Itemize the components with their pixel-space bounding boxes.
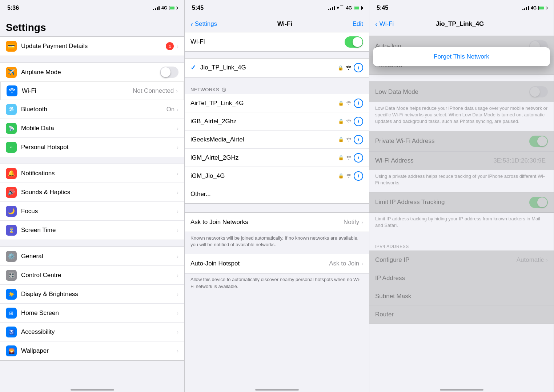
wifi-main-toggle[interactable] (345, 36, 363, 48)
time-3: 5:45 (377, 5, 388, 11)
back-to-wifi[interactable]: ‹ Wi-Fi (375, 20, 394, 28)
display-label: Display & Brightness (21, 291, 177, 298)
limit-tracking-toggle[interactable] (529, 197, 548, 208)
auto-join-label: Auto-Join Hotspot (190, 260, 329, 267)
airplane-toggle[interactable] (160, 67, 178, 78)
ip-address-row: IP Address (369, 269, 554, 287)
connected-network-row[interactable]: ✓ Jio_TP_Link_4G 🔒 i (185, 59, 369, 77)
network-icons-1: 🔒 i (338, 117, 363, 126)
wifi-panel: 5:45 ▾⌒ 4G ‹ Settings Wi-Fi Edit (185, 0, 369, 392)
chevron-display: › (177, 291, 178, 297)
signal-icon-2 (328, 6, 335, 10)
display-icon: ☀️ (6, 289, 17, 300)
home-indicator-3 (440, 389, 483, 391)
control-item[interactable]: 🎛️ Control Centre › (0, 266, 184, 285)
display-item[interactable]: ☀️ Display & Brightness › (0, 285, 184, 304)
general-group: ⚙️ General › 🎛️ Control Centre › ☀️ Disp… (0, 247, 184, 361)
network-item-5[interactable]: Other... (185, 185, 369, 203)
network-item-2[interactable]: iGeeksMedia_Airtel 🔒 i (185, 131, 369, 149)
homescreen-label: Home Screen (21, 309, 177, 317)
general-label: General (21, 253, 177, 260)
wifi-signal-4 (346, 174, 352, 178)
info-icon-connected: i (358, 65, 359, 71)
info-btn-1[interactable]: i (354, 117, 363, 126)
accessibility-item[interactable]: ♿ Accessibility › (0, 323, 184, 341)
general-item[interactable]: ⚙️ General › (0, 247, 184, 266)
info-btn-4[interactable]: i (354, 171, 363, 181)
network-name-3: iGM_Airtel_2GHz (190, 154, 338, 161)
screentime-item[interactable]: ⏳ Screen Time › (0, 221, 184, 240)
control-icon: 🎛️ (6, 270, 17, 281)
edit-button[interactable]: Edit (353, 20, 363, 28)
configure-ip-label: Configure IP (375, 256, 517, 264)
home-indicator-1 (71, 389, 114, 391)
wifi-check-icon: ✓ (190, 64, 196, 72)
low-data-row[interactable]: Low Data Mode (369, 82, 554, 102)
chevron-wallpaper: › (177, 348, 178, 354)
network-name-5: Other... (190, 191, 363, 198)
wifi-signal-2 (346, 137, 352, 141)
network-item-0[interactable]: AirTel_TP_Link_4G 🔒 i (185, 94, 369, 112)
network-scan-icon (221, 87, 226, 92)
bluetooth-value: On (166, 106, 175, 113)
wifi-toggle-item[interactable]: Wi-Fi (185, 32, 369, 51)
private-wifi-row[interactable]: Private Wi-Fi Address (369, 131, 554, 152)
chevron-screentime: › (177, 227, 178, 233)
wifi-signal-3 (346, 156, 352, 160)
info-btn-0[interactable]: i (354, 99, 363, 108)
update-payment-item[interactable]: 💳 Update Payment Details 1 › (0, 37, 184, 56)
network-name-2: iGeeksMedia_Airtel (190, 136, 338, 143)
network-item-3[interactable]: iGM_Airtel_2GHz 🔒 i (185, 149, 369, 167)
networks-label: NETWORKS (190, 87, 219, 92)
bluetooth-item[interactable]: 𝔅 Bluetooth On › (0, 100, 184, 119)
wallpaper-item[interactable]: 🌄 Wallpaper › (0, 341, 184, 360)
home-indicator-2 (255, 389, 299, 391)
hotspot-item[interactable]: ⁌ Personal Hotspot › (0, 138, 184, 157)
private-wifi-toggle[interactable] (529, 136, 548, 147)
wifi-value: Not Connected (133, 87, 174, 95)
info-btn-3[interactable]: i (354, 153, 363, 163)
notifications-icon: 🔔 (6, 168, 17, 179)
network-icons-2: 🔒 i (338, 135, 363, 144)
info-icon-2: i (358, 137, 359, 142)
status-icons-3: 4G (522, 5, 546, 11)
configure-ip-row[interactable]: Configure IP Automatic › (369, 251, 554, 269)
network-item-1[interactable]: iGB_Airtel_2Ghz 🔒 i (185, 112, 369, 131)
general-group-wrapper: ⚙️ General › 🎛️ Control Centre › ☀️ Disp… (0, 247, 184, 361)
notifications-item[interactable]: 🔔 Notifications › (0, 164, 184, 183)
ask-join-note: Known networks will be joined automatica… (185, 232, 369, 254)
4g-label-1: 4G (161, 5, 167, 11)
info-btn-2[interactable]: i (354, 135, 363, 144)
airplane-label: Airplane Mode (21, 69, 160, 76)
low-data-toggle[interactable] (529, 86, 548, 97)
network-group: ✈️ Airplane Mode Wi-Fi Not Connected › (0, 63, 184, 157)
wifi-address-row: Wi-Fi Address 3E:53:1D:26:30:9E (369, 152, 554, 170)
back-to-settings[interactable]: ‹ Settings (190, 20, 217, 28)
sounds-item[interactable]: 🔊 Sounds & Haptics › (0, 183, 184, 202)
wifi-item[interactable]: Wi-Fi Not Connected › (0, 81, 184, 100)
status-bar-2: 5:45 ▾⌒ 4G (185, 0, 369, 16)
ask-join-value: Notify (344, 219, 359, 226)
focus-label: Focus (21, 208, 177, 215)
back-label-2: Settings (195, 20, 217, 28)
info-button-connected[interactable]: i (354, 63, 363, 72)
focus-item[interactable]: 🌙 Focus › (0, 202, 184, 221)
homescreen-item[interactable]: ⊞ Home Screen › (0, 304, 184, 323)
info-icon-0: i (358, 100, 359, 106)
status-bar-1: 5:36 4G (0, 0, 184, 16)
subnet-mask-label: Subnet Mask (375, 293, 548, 300)
limit-tracking-row[interactable]: Limit IP Address Tracking (369, 192, 554, 212)
ask-join-item[interactable]: Ask to Join Networks Notify › (185, 213, 369, 232)
limit-tracking-group: Limit IP Address Tracking (369, 192, 554, 213)
detail-content-dimmed: Auto-Join Password •••••••••••• Low Data… (369, 32, 554, 387)
battery-icon-2 (354, 6, 362, 10)
mobile-data-item[interactable]: 📡 Mobile Data › (0, 119, 184, 138)
forget-network-button[interactable]: Forget This Network (373, 47, 550, 66)
info-icon-4: i (358, 173, 359, 179)
mobile-label: Mobile Data (21, 125, 177, 132)
wifi-signal-0 (346, 101, 352, 105)
network-item-4[interactable]: iGM_Jio_4G 🔒 i (185, 167, 369, 185)
auto-join-item[interactable]: Auto-Join Hotspot Ask to Join › (185, 254, 369, 273)
airplane-mode-item[interactable]: ✈️ Airplane Mode (0, 63, 184, 82)
connected-network-name: Jio_TP_Link_4G (200, 64, 338, 71)
